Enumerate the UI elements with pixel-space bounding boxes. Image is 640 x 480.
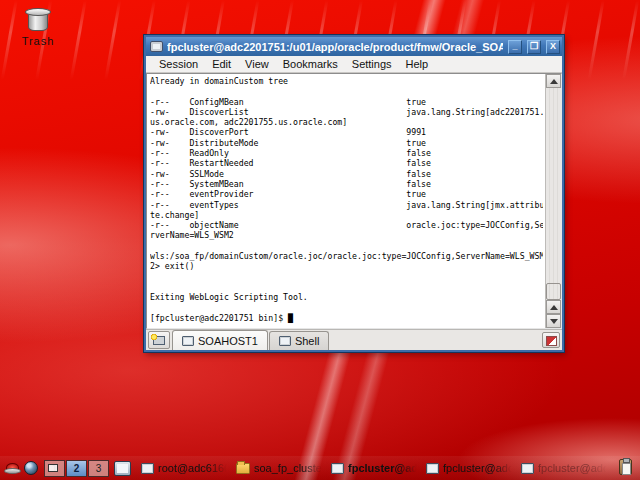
terminal-tab-icon <box>182 336 194 346</box>
task-fpcluster-adc22[interactable]: fpcluster@adc22 <box>327 458 422 478</box>
arrow-down-icon <box>550 319 558 324</box>
menu-bookmarks[interactable]: Bookmarks <box>276 57 345 71</box>
folder-task-icon <box>236 463 250 474</box>
menu-session[interactable]: Session <box>152 57 205 71</box>
task-list: root@adc6160517 soa_fp_cluster - Ko fpcl… <box>137 458 640 478</box>
redhat-menu-icon[interactable] <box>4 462 19 475</box>
desktop-pager: 1 2 3 <box>44 460 109 477</box>
scroll-up-button-bottom[interactable] <box>546 300 561 314</box>
konsole-window: fpcluster@adc2201751:/u01/app/oracle/pro… <box>144 35 564 352</box>
pager-desktop-3[interactable]: 3 <box>88 460 109 477</box>
new-session-button[interactable] <box>148 331 170 349</box>
task-root-adc6160517[interactable]: root@adc6160517 <box>137 458 232 478</box>
scroll-up-button[interactable] <box>546 74 561 88</box>
pager-desktop-1[interactable]: 1 <box>44 460 65 477</box>
arrow-up-icon <box>550 79 558 84</box>
menu-help[interactable]: Help <box>399 57 436 71</box>
close-button[interactable]: X <box>546 40 560 54</box>
trash-label: Trash <box>12 35 64 47</box>
window-title: fpcluster@adc2201751:/u01/app/oracle/pro… <box>167 38 503 56</box>
konsole-task-icon <box>426 463 439 474</box>
new-spark-icon <box>151 334 157 340</box>
scrollbar-thumb[interactable] <box>546 283 561 300</box>
trash-desktop-icon[interactable]: Trash <box>12 8 64 47</box>
session-list-button[interactable] <box>542 332 560 348</box>
konsole-task-icon <box>141 463 154 474</box>
konsole-task-icon <box>521 463 534 474</box>
klipper-clipboard-icon[interactable] <box>619 459 632 475</box>
maximize-button[interactable]: ❒ <box>527 40 541 54</box>
terminal-tab-icon <box>279 336 291 346</box>
konsole-window-icon <box>150 41 163 52</box>
minimize-button[interactable]: _ <box>508 40 522 54</box>
konsole-task-icon <box>331 463 344 474</box>
tab-label: SOAHOST1 <box>198 335 258 347</box>
menu-bar: Session Edit View Bookmarks Settings Hel… <box>146 56 562 73</box>
konsole-launcher-icon[interactable] <box>114 461 131 476</box>
window-titlebar[interactable]: fpcluster@adc2201751:/u01/app/oracle/pro… <box>146 37 562 56</box>
terminal-viewport: Already in domainCustom tree -r-- Config… <box>146 73 562 329</box>
arrow-up-icon <box>550 305 558 310</box>
pager-window-icon <box>48 464 58 472</box>
menu-settings[interactable]: Settings <box>345 57 399 71</box>
task-fpcluster-adc220[interactable]: fpcluster@adc220 <box>422 458 517 478</box>
trash-icon <box>25 8 51 32</box>
taskbar-panel: 1 2 3 root@adc6160517 soa_fp_cluster - K… <box>0 456 640 480</box>
pager-desktop-2[interactable]: 2 <box>66 460 87 477</box>
scrollbar-track[interactable] <box>546 88 561 300</box>
web-browser-icon[interactable] <box>24 461 38 475</box>
tab-shell[interactable]: Shell <box>269 331 329 350</box>
task-fpcluster-adc61[interactable]: fpcluster@adc61 <box>517 458 612 478</box>
tab-soahost1[interactable]: SOAHOST1 <box>172 330 268 350</box>
scroll-down-button[interactable] <box>546 314 561 328</box>
session-tab-bar: SOAHOST1 Shell <box>146 329 562 350</box>
terminal-scrollbar[interactable] <box>545 74 561 328</box>
menu-view[interactable]: View <box>238 57 276 71</box>
terminal-output[interactable]: Already in domainCustom tree -r-- Config… <box>150 76 543 328</box>
tab-label: Shell <box>295 335 319 347</box>
task-soa-fp-cluster[interactable]: soa_fp_cluster - Ko <box>232 458 327 478</box>
menu-edit[interactable]: Edit <box>205 57 238 71</box>
